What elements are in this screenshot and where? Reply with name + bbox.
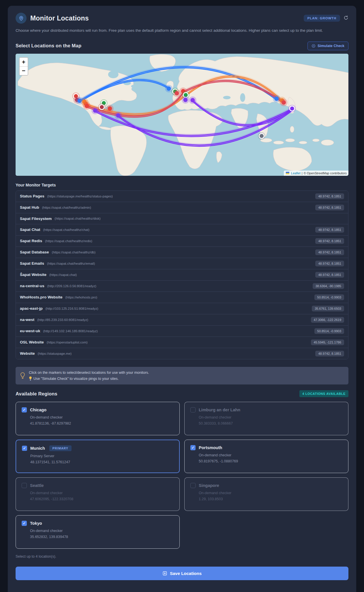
map-canvas[interactable]: [16, 54, 348, 176]
singapore-gray-marker[interactable]: [259, 133, 264, 138]
target-name: Sapat Emails: [20, 261, 44, 266]
asia-red-marker[interactable]: [282, 100, 286, 104]
region-subtitle: On-demand checker: [199, 491, 342, 495]
region-coords: 48.1371541, 11.5761247: [30, 460, 173, 464]
asia-blue-marker[interactable]: [274, 96, 279, 101]
target-row: Website (https://statuspage.me) 48.9742,…: [16, 348, 348, 359]
tokyo-purple-marker[interactable]: [290, 106, 294, 111]
target-coords-badge: 45.5945, -121.1786: [311, 339, 344, 345]
na-central-darkred-marker[interactable]: [99, 104, 104, 109]
map-zoom-control: + −: [19, 57, 28, 76]
region-subtitle: Primary Server: [30, 454, 173, 458]
target-row: Sapat Hub (https://sapat.chat/healthz/ad…: [16, 202, 348, 213]
target-name: eu-west-uk: [20, 329, 40, 333]
tip-box: Click on the markers to select/deselect …: [16, 367, 348, 384]
region-subtitle: On-demand checker: [30, 491, 174, 495]
tip-line-2: Use "Simulate Check" to visualize pings …: [33, 376, 119, 382]
region-coords: 1.29, 103.8503: [199, 497, 342, 501]
region-subtitle: On-demand checker: [199, 415, 342, 419]
region-name: Chicago: [30, 408, 46, 412]
region-subtitle: On-demand checker: [199, 453, 342, 457]
target-row: Sapat Emails (https://sapat.chat/healthz…: [16, 258, 348, 269]
target-row: na-central-us (http://209.126.0.56:8081/…: [16, 280, 348, 292]
us-purple-marker-1[interactable]: [93, 108, 97, 113]
region-name: Limburg an der Lahn: [199, 408, 240, 412]
target-url: (https://sapat.chat/healthz/email): [47, 262, 315, 265]
us-purple-marker-2[interactable]: [116, 113, 120, 117]
region-coords: 41.8781136, -87.6297982: [30, 421, 174, 425]
target-row: Sapat Database (https://sapat.chat/healt…: [16, 246, 348, 258]
target-url: (https://sapat.chat/healthz/db): [52, 251, 316, 254]
save-locations-button[interactable]: Save Locations: [16, 567, 348, 580]
target-name: Šapat Website: [20, 272, 46, 277]
page-description: Choose where your distributed monitors w…: [16, 27, 348, 34]
simulate-check-button[interactable]: Simulate Check: [307, 42, 348, 50]
region-checkbox[interactable]: [190, 483, 196, 488]
region-checkbox[interactable]: [22, 446, 27, 451]
target-row: OSL Website (https://openstartuplist.com…: [16, 337, 348, 348]
target-name: Sapat Redis: [20, 239, 42, 243]
target-row: Sapat Filesystem (https://sapat.chat/hea…: [16, 213, 348, 224]
region-checkbox[interactable]: [190, 445, 196, 450]
target-coords-badge: 50.8514, -0.9903: [314, 294, 344, 300]
targets-heading: Your Monitor Targets: [16, 183, 348, 187]
region-coords: 50.383333, 8.066667: [199, 421, 342, 425]
target-name: na-west: [20, 318, 34, 322]
zoom-in-button[interactable]: +: [20, 58, 28, 66]
target-coords-badge: 38.6364, -90.1985: [313, 283, 344, 289]
regions-heading: Available Regions: [16, 391, 57, 397]
target-coords-badge: 48.9742, 8.1851: [315, 249, 344, 255]
region-card[interactable]: Chicago On-demand checker 41.8781136, -8…: [16, 402, 180, 435]
target-name: Sapat Hub: [20, 205, 39, 210]
target-url: (http://149.102.146.185:8081/readyz): [43, 329, 314, 333]
regions-header: Available Regions 4 LOCATIONS AVAILABLE: [16, 390, 348, 397]
eu-purple-marker-2[interactable]: [190, 98, 195, 102]
target-url: (http://85.239.233.60:8081/readyz): [37, 318, 311, 322]
region-checkbox[interactable]: [22, 521, 27, 526]
target-name: Sapat Chat: [20, 227, 40, 232]
region-card[interactable]: Tokyo On-demand checker 35.652832, 139.8…: [16, 515, 180, 549]
ukraine-flag-icon: [286, 172, 289, 174]
uk-blue-marker[interactable]: [167, 86, 171, 91]
us-red-marker-2[interactable]: [108, 106, 112, 111]
region-checkbox[interactable]: [22, 407, 27, 412]
monitor-locations-panel: Monitor Locations PLAN: GROWTH Choose wh…: [8, 6, 356, 592]
target-url: (http://209.126.0.56:8081/readyz): [47, 284, 313, 288]
region-card[interactable]: Seattle On-demand checker 47.6062095, -1…: [16, 477, 180, 511]
region-card[interactable]: Singapore On-demand checker 1.29, 103.85…: [184, 477, 348, 511]
target-url: (https://sapat.chat/healthz/admin): [42, 206, 316, 209]
play-circle-icon: [312, 44, 316, 48]
zoom-out-button[interactable]: −: [20, 66, 28, 75]
target-coords-badge: 48.9742, 8.1851: [315, 261, 344, 266]
region-card[interactable]: Portsmouth On-demand checker 50.8197675,…: [184, 440, 348, 473]
world-map[interactable]: + − Leaflet | © OpenStreetMap contributo…: [16, 54, 348, 176]
locations-available-badge: 4 LOCATIONS AVAILABLE: [299, 390, 348, 397]
region-checkbox[interactable]: [22, 483, 27, 488]
target-name: na-central-us: [20, 284, 44, 288]
refresh-icon: [344, 15, 348, 21]
region-coords: 35.652832, 139.839478: [30, 535, 174, 539]
target-name: apac-east-jp: [20, 306, 43, 311]
target-row: eu-west-uk (http://149.102.146.185:8081/…: [16, 325, 348, 337]
leaflet-link[interactable]: Leaflet: [291, 171, 301, 175]
region-name: Tokyo: [30, 521, 42, 526]
target-coords-badge: 47.3066, -122.2619: [311, 317, 344, 323]
target-url: (https://sapat.chat/healthz/disk): [55, 217, 344, 220]
region-checkbox[interactable]: [190, 407, 196, 412]
region-card[interactable]: Limburg an der Lahn On-demand checker 50…: [184, 402, 348, 435]
target-name: Sapat Database: [20, 250, 49, 254]
lightbulb-emoji-icon: [29, 376, 32, 381]
regions-grid: Chicago On-demand checker 41.8781136, -8…: [16, 402, 348, 549]
eu-purple-marker-1[interactable]: [183, 98, 187, 102]
portsmouth-red-marker[interactable]: [175, 91, 179, 95]
us-red-marker[interactable]: [85, 104, 89, 108]
refresh-button[interactable]: [344, 15, 348, 21]
target-coords-badge: 48.9742, 8.1851: [315, 238, 344, 244]
osm-attribution[interactable]: © OpenStreetMap contributors: [304, 171, 347, 175]
target-name: Sapat Filesystem: [20, 216, 52, 221]
target-row: WhoHosts.pro Website (https://whohosts.p…: [16, 292, 348, 303]
region-card[interactable]: Munich PRIMARY Primary Server 48.1371541…: [16, 440, 180, 473]
target-name: OSL Website: [20, 340, 44, 344]
target-url: (https://openstartuplist.com): [47, 341, 311, 344]
target-coords-badge: 48.9742, 8.1851: [315, 351, 344, 356]
